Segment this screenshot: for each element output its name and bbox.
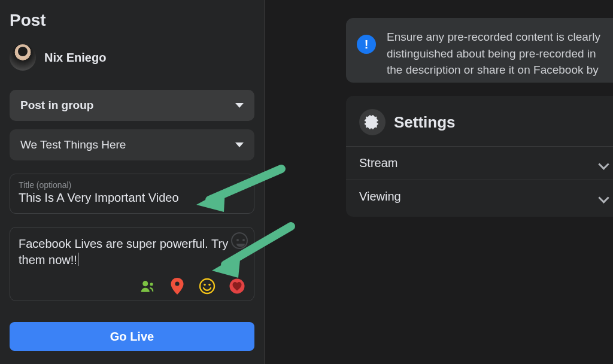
svg-point-4 <box>204 284 206 286</box>
gear-icon <box>359 109 386 135</box>
location-icon[interactable] <box>169 278 186 295</box>
settings-row-label: Viewing <box>359 190 401 204</box>
group-selector[interactable]: We Test Things Here <box>10 129 254 160</box>
feeling-icon[interactable] <box>199 278 216 295</box>
chevron-down-icon <box>235 103 244 108</box>
group-selector-label: We Test Things Here <box>20 138 126 151</box>
post-composer-panel: Post Nix Eniego Post in group We Test Th… <box>0 0 265 364</box>
chevron-down-icon <box>599 192 608 202</box>
audience-selector-label: Post in group <box>20 99 93 112</box>
settings-card: Settings Stream Viewing <box>346 96 613 217</box>
svg-point-2 <box>175 281 179 286</box>
svg-point-5 <box>208 284 211 286</box>
chevron-down-icon <box>235 142 244 147</box>
svg-point-3 <box>200 279 214 293</box>
author-name: Nix Eniego <box>44 51 106 65</box>
chevron-down-icon <box>599 159 608 168</box>
raise-money-icon[interactable] <box>229 278 245 295</box>
settings-row-label: Stream <box>359 156 397 170</box>
info-banner-text: Ensure any pre-recorded content is clear… <box>387 29 608 83</box>
description-field-value: Facebook Lives are super powerful. Try t… <box>19 236 245 269</box>
emoji-icon[interactable] <box>231 232 248 249</box>
settings-title: Settings <box>394 113 456 132</box>
title-field-label: Title (optional) <box>19 180 245 190</box>
author-row: Nix Eniego <box>10 44 254 71</box>
avatar <box>10 44 36 71</box>
description-field[interactable]: Facebook Lives are super powerful. Try t… <box>10 227 254 301</box>
settings-row-stream[interactable]: Stream <box>346 146 613 180</box>
svg-point-0 <box>142 281 148 286</box>
audience-selector[interactable]: Post in group <box>10 90 254 121</box>
settings-row-viewing[interactable]: Viewing <box>346 180 613 213</box>
info-icon: ! <box>357 35 376 54</box>
go-live-button[interactable]: Go Live <box>10 322 254 351</box>
title-field-value: This Is A Very Important Video <box>19 191 245 205</box>
svg-point-1 <box>150 283 153 286</box>
attachment-row <box>19 278 245 295</box>
prerecorded-info-banner: ! Ensure any pre-recorded content is cle… <box>346 18 613 83</box>
panel-heading: Post <box>10 11 254 30</box>
tag-people-icon[interactable] <box>139 278 156 295</box>
title-field[interactable]: Title (optional) This Is A Very Importan… <box>10 174 254 214</box>
